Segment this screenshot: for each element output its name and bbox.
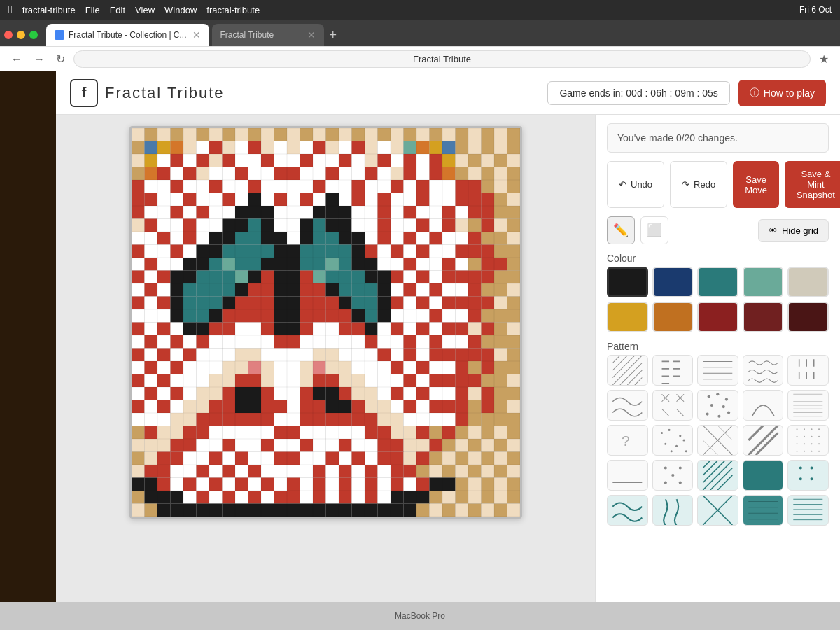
canvas-area [56,115,595,602]
pattern-curved[interactable] [743,390,784,421]
hide-grid-button[interactable]: 👁 Hide grid [758,219,829,242]
tab-fractal-collection[interactable]: Fractal Tribute - Collection | C... ✕ [46,24,209,46]
color-dark-red[interactable] [697,302,738,332]
back-button[interactable]: ← [8,52,25,67]
tab-close-1[interactable]: ✕ [187,29,201,41]
tab-fractal-tribute[interactable]: Fractal Tribute ✕ [212,24,324,46]
undo-icon: ↶ [619,179,626,190]
tool-bar: ✏️ ⬜ 👁 Hide grid [607,216,829,244]
svg-point-53 [685,450,687,452]
pattern-teal-solid[interactable] [743,460,784,491]
pattern-grid: ? [607,355,829,526]
menu-view[interactable]: View [135,5,155,15]
traffic-light-minimize[interactable] [17,31,25,39]
svg-point-34 [722,405,725,408]
svg-point-33 [710,404,713,407]
game-timer: Game ends in: 00d : 06h : 09m : 05s [547,81,729,105]
svg-point-82 [664,481,666,484]
color-black[interactable] [607,267,648,298]
svg-point-62 [804,428,805,430]
svg-point-73 [797,451,798,452]
menu-edit[interactable]: Edit [110,5,125,15]
redo-button[interactable]: ↷ Redo [670,161,727,208]
color-maroon[interactable] [788,302,829,332]
logo-text: Fractal Tribute [105,84,225,102]
pattern-teal-wave[interactable] [607,495,648,526]
action-buttons: ↶ Undo ↷ Redo Save Move Save & Mint Snap… [607,161,829,208]
svg-point-65 [797,436,798,438]
pixel-canvas[interactable] [132,128,520,517]
pattern-teal-dots[interactable] [788,460,829,491]
undo-label: Undo [631,179,652,190]
pattern-horizontal[interactable] [697,355,738,386]
pattern-heavy-diagonal[interactable] [743,425,784,456]
svg-point-49 [664,443,666,445]
pattern-random-dots[interactable] [697,390,738,421]
app-header: f Fractal Tribute Game ends in: 00d : 06… [56,71,840,115]
svg-line-6 [635,378,643,386]
pattern-dot-grid[interactable] [652,460,694,491]
pattern-short-dashes[interactable] [652,355,694,386]
menu-window[interactable]: Window [164,5,197,15]
svg-point-63 [811,428,813,430]
svg-point-50 [676,445,678,447]
svg-point-90 [799,466,802,469]
svg-point-52 [670,450,672,452]
hide-grid-label: Hide grid [782,225,818,236]
svg-point-46 [661,432,663,434]
pattern-diagonal-cross[interactable] [652,390,694,421]
how-to-play-button[interactable]: ⓘ How to play [738,80,826,106]
color-deep-red[interactable] [743,302,784,332]
status-message: You've made 0/20 changes. [617,132,738,144]
pattern-teal-cross[interactable] [697,495,738,526]
pattern-wavy[interactable] [743,355,784,386]
pattern-sparse-lines[interactable] [607,460,648,491]
svg-line-85 [703,461,718,475]
bookmark-button[interactable]: ★ [816,51,832,67]
color-orange-brown[interactable] [652,302,694,332]
pattern-dense[interactable] [788,390,829,421]
tab-add-button[interactable]: + [324,28,343,43]
refresh-button[interactable]: ↻ [53,51,68,67]
header-right: Game ends in: 00d : 06h : 09m : 05s ⓘ Ho… [547,80,826,106]
color-dark-blue[interactable] [652,267,694,298]
app-logo: f Fractal Tribute [70,79,225,107]
color-light-teal[interactable] [743,267,784,298]
save-mint-button[interactable]: Save & Mint Snapshot [785,161,840,208]
color-cream[interactable] [788,267,829,298]
eraser-tool[interactable]: ⬜ [640,216,668,244]
pattern-teal-solid2[interactable] [743,495,784,526]
pattern-teal-fine[interactable] [788,495,829,526]
pattern-teal-diagonal[interactable] [697,460,738,491]
pattern-vertical-short[interactable] [788,355,829,386]
menu-file[interactable]: File [85,5,100,15]
color-teal[interactable] [697,267,738,298]
pattern-wave-h[interactable] [607,390,648,421]
pattern-teal-vert[interactable] [652,495,694,526]
pattern-diagonal-lines[interactable] [607,355,648,386]
pattern-crosshatch[interactable] [697,425,738,456]
undo-button[interactable]: ↶ Undo [607,161,664,208]
menu-fractal[interactable]: fractal-tribute [206,5,260,15]
pattern-fine-dots[interactable] [788,425,829,456]
question-icon: ⓘ [750,87,760,99]
traffic-light-close[interactable] [4,31,13,39]
traffic-light-maximize[interactable] [29,31,38,39]
save-move-button[interactable]: Save Move [733,161,779,208]
svg-point-66 [804,436,805,438]
svg-point-30 [708,395,710,398]
menu-app-name[interactable]: fractal-tribute [22,5,76,15]
url-bar[interactable]: Fractal Tribute [74,50,811,68]
pencil-tool[interactable]: ✏️ [607,216,635,244]
svg-line-26 [662,409,669,416]
redo-icon: ↷ [682,179,690,190]
forward-button[interactable]: → [31,52,48,67]
svg-point-32 [725,398,728,401]
color-gold[interactable] [607,302,648,332]
svg-point-72 [818,443,820,444]
svg-point-69 [797,443,798,444]
pattern-scattered[interactable] [652,425,694,456]
pattern-question[interactable]: ? [607,425,648,456]
svg-line-60 [748,426,778,455]
tab-close-2[interactable]: ✕ [302,29,316,41]
